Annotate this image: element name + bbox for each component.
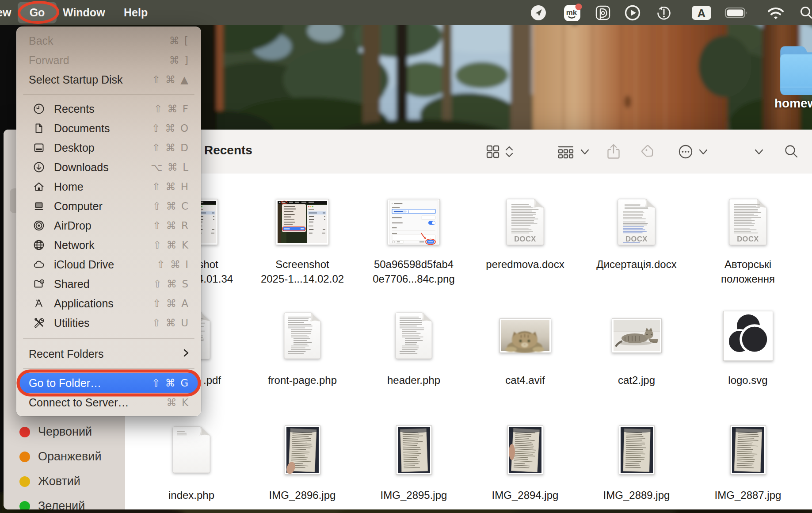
- toolbar-view-chevrons-icon[interactable]: [504, 130, 514, 173]
- go-menu-item-computer[interactable]: Computer⇧ ⌘ C: [16, 196, 201, 216]
- go-menu-item-back[interactable]: Back⌘ [: [16, 31, 201, 50]
- downloads-icon: [33, 161, 45, 173]
- file-label: IMG_2887.jpg: [686, 488, 810, 502]
- go-menu-item-documents[interactable]: Documents⇧ ⌘ O: [16, 119, 201, 138]
- file-label: logo.svg: [686, 373, 810, 387]
- menu-item-label: Connect to Server…: [29, 396, 129, 409]
- wifi-icon[interactable]: [763, 0, 788, 25]
- sidebar-tag-Зелений[interactable]: Зелений: [4, 494, 125, 509]
- go-menu-item-select-startup-disk[interactable]: Select Startup Disk⇧ ⌘ ▲: [16, 70, 201, 89]
- input-source-a-icon[interactable]: A: [689, 0, 714, 25]
- document-icon: [33, 123, 45, 134]
- go-menu-item-shared[interactable]: Shared⇧ ⌘ S: [16, 274, 201, 294]
- photo-document-thumbnail: [249, 422, 355, 477]
- toolbar-chevron-down-icon[interactable]: [753, 130, 765, 173]
- file-label: Дисертація.docx: [575, 257, 698, 272]
- photo-document-thumbnail: [695, 422, 801, 477]
- home-icon: [33, 181, 45, 192]
- menu-item-shortcut: ⇧ ⌘ C: [152, 200, 189, 212]
- toolbar-grid-view-icon[interactable]: [485, 130, 500, 173]
- network-icon: [33, 239, 45, 251]
- go-menu-item-downloads[interactable]: Downloads⌥ ⌘ L: [16, 157, 201, 177]
- file-label: cat2.jpg: [575, 373, 698, 387]
- location-arrow-icon[interactable]: [526, 0, 551, 25]
- toolbar-search-icon[interactable]: [783, 130, 799, 173]
- desktop-folder-label[interactable]: homework: [757, 96, 812, 111]
- go-menu-item-connect-to-server[interactable]: Connect to Server…⌘ K: [16, 393, 201, 412]
- menu-item-shortcut: ⇧ ⌘ D: [152, 142, 189, 153]
- file-label: Screenshot 2025-1...14.02.02: [240, 257, 364, 286]
- menu-bar: View Go Window Help mkA: [0, 0, 812, 25]
- go-menu-item-go-to-folder[interactable]: Go to Folder…⇧ ⌘ G: [19, 373, 198, 393]
- tag-label: Оранжевий: [38, 450, 102, 463]
- battery-icon[interactable]: [724, 0, 749, 25]
- menu-item-label: Forward: [29, 54, 69, 67]
- screenshot-fax-thumbnail: [361, 195, 467, 249]
- sidebar-tag-Червоний[interactable]: Червоний: [4, 420, 125, 444]
- file-label: Авторські положення: [686, 257, 810, 286]
- menu-item-shortcut: ⇧ ⌘ K: [153, 239, 189, 251]
- go-menu-dropdown: Back⌘ [Forward⌘ ]Select Startup Disk⇧ ⌘ …: [16, 27, 201, 416]
- menu-item-label: Documents: [54, 122, 110, 135]
- menu-separator: [23, 338, 194, 339]
- toolbar-chevron-down-icon[interactable]: [698, 130, 709, 173]
- svg-text:A: A: [698, 7, 706, 20]
- icloud-icon: [33, 259, 45, 270]
- toolbar-tag-icon[interactable]: [640, 130, 656, 173]
- go-menu-item-forward[interactable]: Forward⌘ ]: [16, 50, 201, 70]
- menu-item-label: Back: [29, 34, 53, 47]
- time-machine-alert-icon[interactable]: [652, 0, 676, 25]
- search-icon[interactable]: [794, 0, 812, 25]
- docx-links-thumbnail: DOCX: [583, 195, 690, 249]
- play-circle-icon[interactable]: [620, 0, 645, 25]
- tag-color-dot: [19, 501, 30, 509]
- file-label: 50a96598d5fab4 0e7706...84c.png: [352, 257, 476, 286]
- photo-document-thumbnail: [472, 422, 578, 477]
- code-page-thumbnail: [361, 308, 467, 363]
- menu-item-label: Home: [54, 180, 84, 193]
- go-menu-item-recent-folders[interactable]: Recent Folders: [16, 344, 201, 364]
- go-menu-item-applications[interactable]: Applications⇧ ⌘ A: [16, 294, 201, 313]
- sidebar-tags-list: Червоний Оранжевий Жовтий Зелений: [4, 420, 125, 509]
- shared-folder-icon: [33, 278, 45, 290]
- go-menu-item-home[interactable]: Home⇧ ⌘ H: [16, 177, 201, 196]
- go-menu-item-desktop[interactable]: Desktop⇧ ⌘ D: [16, 138, 201, 157]
- parallels-p-icon[interactable]: [591, 0, 615, 25]
- docx-thumbnail: DOCX: [472, 195, 578, 249]
- go-menu-item-utilities[interactable]: Utilities⇧ ⌘ U: [16, 313, 201, 333]
- menu-item-label: Recents: [54, 103, 95, 115]
- screenshot-mail-thumbnail: [249, 195, 355, 249]
- menu-item-label: Select Startup Disk: [29, 73, 123, 86]
- tag-label: Червоний: [38, 425, 92, 439]
- go-menu-item-airdrop[interactable]: AirDrop⇧ ⌘ R: [16, 216, 201, 235]
- menu-item-shortcut: ⇧ ⌘ ▲: [152, 74, 189, 85]
- toolbar-more-options-icon[interactable]: [678, 130, 694, 173]
- clock-icon: [33, 103, 45, 115]
- svg-text:DOCX: DOCX: [514, 235, 536, 243]
- sidebar-tag-Оранжевий[interactable]: Оранжевий: [4, 444, 125, 469]
- toolbar-chevron-down-icon[interactable]: [579, 130, 591, 173]
- tag-label: Зелений: [38, 499, 85, 509]
- file-label: IMG_2894.jpg: [463, 488, 587, 502]
- toolbar-share-icon[interactable]: [606, 130, 621, 173]
- menu-item-shortcut: ⇧ ⌘ H: [152, 181, 189, 192]
- go-menu-item-recents[interactable]: Recents⇧ ⌘ F: [16, 99, 201, 119]
- applications-icon: [33, 298, 45, 309]
- menu-item-shortcut: ⌘ K: [167, 397, 189, 408]
- menu-item-label: AirDrop: [54, 219, 91, 232]
- go-menu-item-network[interactable]: Network⇧ ⌘ K: [16, 235, 201, 255]
- desktop-folder-icon[interactable]: [776, 38, 812, 100]
- go-menu-item-icloud-drive[interactable]: iCloud Drive⇧ ⌘ I: [16, 255, 201, 274]
- utilities-icon: [33, 317, 45, 329]
- toolbar-group-by-icon[interactable]: [557, 130, 575, 173]
- menu-item-label: Recent Folders: [29, 348, 104, 360]
- menu-item-shortcut: ⇧ ⌘ F: [154, 103, 189, 115]
- menu-item-label: Shared: [54, 278, 90, 291]
- menu-item-label: Computer: [54, 200, 103, 213]
- menu-item-label: Applications: [54, 297, 114, 310]
- menu-item-label: Desktop: [54, 142, 95, 154]
- sidebar-tag-Жовтий[interactable]: Жовтий: [4, 469, 125, 494]
- docx-thumbnail: DOCX: [695, 195, 801, 249]
- svg-text:DOCX: DOCX: [625, 235, 648, 243]
- mk-app-icon[interactable]: mk: [560, 0, 585, 25]
